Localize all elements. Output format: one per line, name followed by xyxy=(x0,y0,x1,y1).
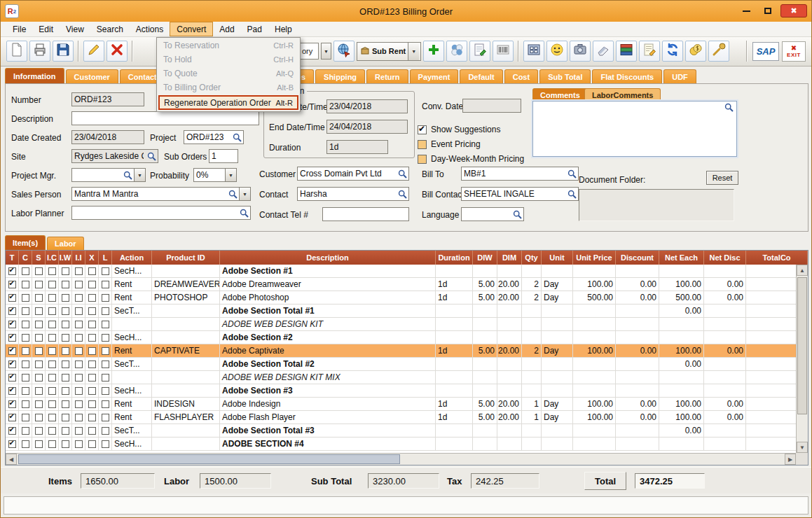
cell-description[interactable]: ADOBE WEB DESIGN KIT xyxy=(220,318,436,330)
scroll-right-button[interactable] xyxy=(785,454,796,465)
cell-product-id[interactable] xyxy=(152,438,220,450)
row-checkbox-l[interactable] xyxy=(102,440,109,448)
menu-help[interactable]: Help xyxy=(268,22,298,36)
catalog-button[interactable] xyxy=(616,41,637,62)
bill-contact-input[interactable] xyxy=(462,188,566,200)
project-input[interactable] xyxy=(184,131,231,144)
sales-person-input[interactable] xyxy=(72,188,227,200)
row-checkbox-x[interactable] xyxy=(88,374,96,382)
table-row[interactable]: SecT...Adobe Section Total #10.00 xyxy=(6,304,808,318)
tab-flat-discounts[interactable]: Flat Discounts xyxy=(592,69,662,83)
site-input[interactable] xyxy=(72,150,146,162)
table-row[interactable]: ADOBE WEB DESIGN KIT xyxy=(6,318,808,331)
row-checkbox-l[interactable] xyxy=(102,347,109,355)
row-checkbox-i-w[interactable] xyxy=(62,294,69,302)
row-checkbox-i-w[interactable] xyxy=(62,347,69,355)
horizontal-scroll-thumb[interactable] xyxy=(18,454,400,464)
row-checkbox-l[interactable] xyxy=(102,374,109,382)
row-checkbox-t[interactable] xyxy=(8,360,16,368)
row-checkbox-i-w[interactable] xyxy=(62,427,69,435)
project-mgr-input[interactable] xyxy=(72,169,122,181)
cell-product-id[interactable] xyxy=(152,384,220,397)
cell-product-id[interactable]: CAPTIVATE xyxy=(152,344,220,357)
row-checkbox-s[interactable] xyxy=(35,360,43,368)
row-checkbox-s[interactable] xyxy=(35,414,43,421)
search-icon[interactable] xyxy=(397,167,408,180)
row-checkbox-s[interactable] xyxy=(35,387,43,395)
vertical-scroll-thumb[interactable] xyxy=(797,277,807,414)
maximize-button[interactable] xyxy=(759,4,777,18)
row-checkbox-c[interactable] xyxy=(22,400,29,408)
cell-description[interactable]: ADOBE WEB DESIGN KIT MIX xyxy=(220,371,436,384)
language-input[interactable] xyxy=(462,208,511,220)
row-checkbox-c[interactable] xyxy=(22,281,29,288)
inventory-combo[interactable]: ory xyxy=(299,43,319,59)
description-input[interactable] xyxy=(72,112,259,125)
search-icon[interactable] xyxy=(566,188,578,200)
money-button[interactable] xyxy=(685,41,706,62)
barcode-button[interactable] xyxy=(493,41,514,62)
row-checkbox-i-i[interactable] xyxy=(75,440,83,448)
globe-button[interactable] xyxy=(333,41,355,62)
row-checkbox-c[interactable] xyxy=(22,307,29,315)
row-checkbox-i-w[interactable] xyxy=(62,414,69,421)
cell-description[interactable]: Adobe Photoshop xyxy=(220,291,436,304)
cell-description[interactable]: Adobe Section #2 xyxy=(220,331,436,344)
search-icon[interactable] xyxy=(723,103,735,112)
row-checkbox-l[interactable] xyxy=(102,360,109,368)
eraser-button[interactable] xyxy=(593,41,614,62)
event-pricing-checkbox[interactable] xyxy=(418,140,427,149)
menu-actions[interactable]: Actions xyxy=(130,22,170,36)
tab-customer[interactable]: Customer xyxy=(66,69,118,83)
row-checkbox-i-w[interactable] xyxy=(62,374,69,382)
cell-product-id[interactable]: INDESIGN xyxy=(152,398,220,410)
row-checkbox-c[interactable] xyxy=(22,374,29,382)
row-checkbox-i-c[interactable] xyxy=(48,400,56,408)
table-row[interactable]: SecH...ADOBE SECTION #4 xyxy=(6,438,808,451)
print-button[interactable] xyxy=(29,41,50,62)
bill-to-input[interactable] xyxy=(462,167,566,180)
row-checkbox-l[interactable] xyxy=(102,321,109,328)
table-row[interactable]: ADOBE WEB DESIGN KIT MIX xyxy=(6,371,808,384)
row-checkbox-c[interactable] xyxy=(22,334,29,342)
search-icon[interactable] xyxy=(511,208,523,220)
menu-add[interactable]: Add xyxy=(213,22,240,36)
scroll-left-button[interactable] xyxy=(6,454,17,465)
menu-search[interactable]: Search xyxy=(90,22,130,36)
cell-action[interactable]: Rent xyxy=(112,344,152,357)
search-icon[interactable] xyxy=(566,167,578,180)
row-checkbox-i-c[interactable] xyxy=(48,294,56,302)
row-checkbox-c[interactable] xyxy=(22,360,29,368)
row-checkbox-i-c[interactable] xyxy=(48,321,56,328)
row-checkbox-c[interactable] xyxy=(22,321,29,328)
reset-button[interactable]: Reset xyxy=(706,171,738,185)
duration-input[interactable] xyxy=(327,141,387,153)
sub-orders-input[interactable] xyxy=(209,150,238,162)
menu-file[interactable]: File xyxy=(6,22,32,36)
row-checkbox-t[interactable] xyxy=(8,307,16,315)
row-checkbox-l[interactable] xyxy=(102,387,109,395)
row-checkbox-x[interactable] xyxy=(88,321,96,328)
row-checkbox-x[interactable] xyxy=(88,347,96,355)
row-checkbox-x[interactable] xyxy=(88,267,96,275)
cell-action[interactable]: Rent xyxy=(112,398,152,410)
row-checkbox-c[interactable] xyxy=(22,440,29,448)
menu-view[interactable]: View xyxy=(60,22,90,36)
tab-comments[interactable]: Comments xyxy=(532,88,588,101)
row-checkbox-x[interactable] xyxy=(88,334,96,342)
row-checkbox-s[interactable] xyxy=(35,427,43,435)
row-checkbox-l[interactable] xyxy=(102,281,109,288)
row-checkbox-i-w[interactable] xyxy=(62,267,69,275)
cell-product-id[interactable] xyxy=(152,331,220,344)
row-checkbox-i-c[interactable] xyxy=(48,427,56,435)
search-icon[interactable] xyxy=(397,188,408,200)
row-checkbox-i-c[interactable] xyxy=(48,267,56,275)
cell-action[interactable]: Rent xyxy=(112,278,152,290)
cell-action[interactable] xyxy=(112,371,152,384)
row-checkbox-x[interactable] xyxy=(88,307,96,315)
cell-description[interactable]: Adobe Section Total #1 xyxy=(220,304,436,317)
scroll-down-button[interactable] xyxy=(797,442,808,453)
row-checkbox-x[interactable] xyxy=(88,294,96,302)
row-checkbox-i-c[interactable] xyxy=(48,414,56,421)
tab-cost[interactable]: Cost xyxy=(504,69,538,83)
